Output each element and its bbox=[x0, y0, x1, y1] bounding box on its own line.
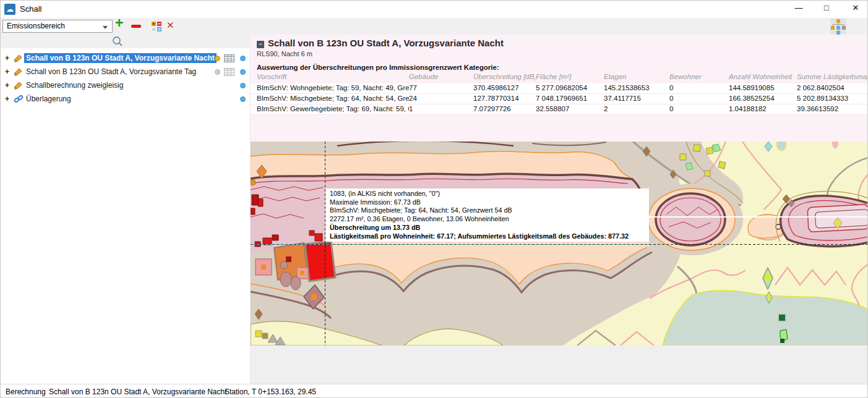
result-table-icon[interactable] bbox=[224, 67, 234, 78]
cell-flaeche: 32.558807 bbox=[536, 105, 603, 115]
status-mode: Berechnung bbox=[6, 387, 46, 396]
table-row[interactable]: BImSchV: Wohngebiete; Tag: 59, Nacht: 49… bbox=[251, 83, 868, 94]
result-title: Schall von B 123n OU Stadt A, Vorzugsvar… bbox=[268, 38, 504, 48]
remove-button[interactable] bbox=[131, 25, 141, 28]
close-button[interactable]: ✕ bbox=[846, 3, 865, 15]
megaphone-icon bbox=[14, 81, 23, 93]
emission-area-value: Emissionsbereich bbox=[7, 22, 65, 30]
cell-ueberschreitung: 370.45986127 bbox=[473, 84, 535, 94]
megaphone-icon bbox=[14, 54, 23, 66]
expand-icon[interactable]: + bbox=[5, 82, 9, 89]
tree-item-label[interactable]: Schall von B 123n OU Stadt A, Vorzugsvar… bbox=[24, 53, 217, 63]
search-icon bbox=[112, 36, 123, 49]
table-caption: Auswertung der Überschreitungen pro Immi… bbox=[257, 64, 499, 71]
link-icon bbox=[14, 95, 24, 106]
col-header: Etagen bbox=[604, 73, 668, 83]
cell-ueberschreitung: 7.07297726 bbox=[473, 105, 535, 115]
table-row[interactable]: BImSchV: Gewerbegebiete; Tag: 69, Nacht:… bbox=[251, 104, 868, 115]
cell-ueberschreitung: 127.78770314 bbox=[473, 95, 535, 104]
cell-vorschrift: BImSchV: Wohngebiete; Tag: 59, Nacht: 49… bbox=[257, 84, 409, 94]
cell-gebaeude: 1 bbox=[409, 105, 471, 115]
cell-laestigkeit: 5 202.89134333 bbox=[797, 95, 867, 104]
col-header: Fläche [m²] bbox=[536, 73, 603, 83]
layer-dot-blue[interactable] bbox=[240, 83, 246, 88]
table-header-row: Vorschrift Gebäude Überschreitung [dB] F… bbox=[251, 73, 868, 83]
title-bar: ☁ Schall — □ ✕ bbox=[1, 1, 868, 18]
expand-icon[interactable]: + bbox=[5, 54, 9, 62]
cell-etagen: 145.21538653 bbox=[604, 84, 668, 94]
sidebar-item-calc-zweigleisig[interactable]: + Schallberechnung zweigleisig bbox=[1, 79, 251, 92]
cell-laestigkeit: 2 062.8402504 bbox=[797, 84, 867, 94]
chevron-down-icon bbox=[103, 26, 108, 29]
tooltip-line: Maximale Immission: 67.73 dB bbox=[330, 198, 645, 207]
table-row[interactable]: BImSchV: Mischgebiete; Tag: 64, Nacht: 5… bbox=[251, 94, 868, 104]
col-header: Vorschrift bbox=[257, 73, 409, 83]
megaphone-icon bbox=[14, 67, 23, 79]
cell-bewohner: 0 bbox=[669, 95, 728, 104]
cell-wohneinheiten: 1.04188182 bbox=[729, 105, 796, 115]
tree-item-label[interactable]: Schall von B 123n OU Stadt A, Vorzugsvar… bbox=[24, 67, 198, 77]
col-header: Anzahl Wohneinheit bbox=[729, 73, 796, 83]
cell-wohneinheiten: 144.58919085 bbox=[729, 84, 796, 94]
result-subtitle: RLS90, Nacht 6 m bbox=[257, 50, 312, 57]
emission-area-select[interactable]: Emissionsbereich bbox=[2, 20, 113, 33]
calc-grid-icon[interactable]: × bbox=[151, 21, 162, 35]
status-position: Station, T 0+153.163, 29.45 bbox=[225, 387, 316, 396]
collapse-section-button[interactable]: − bbox=[257, 41, 264, 48]
sidebar-item-calc-nacht[interactable]: + Schall von B 123n OU Stadt A, Vorzugsv… bbox=[1, 52, 251, 65]
cell-laestigkeit: 39.36613592 bbox=[797, 105, 867, 115]
minimize-button[interactable]: — bbox=[789, 3, 808, 15]
layer-dot-blue[interactable] bbox=[240, 56, 246, 61]
status-calculation: Schall von B 123n OU Stadt A, Vorzugsvar… bbox=[49, 387, 227, 396]
layer-dot-blue[interactable] bbox=[240, 96, 246, 102]
project-tree: + Schall von B 123n OU Stadt A, Vorzugsv… bbox=[1, 48, 251, 384]
cell-flaeche: 5 277.09682054 bbox=[536, 84, 603, 94]
cell-vorschrift: BImSchV: Mischgebiete; Tag: 64, Nacht: 5… bbox=[257, 95, 409, 104]
cell-etagen: 2 bbox=[604, 105, 668, 115]
tree-item-label[interactable]: Schallberechnung zweigleisig bbox=[24, 80, 125, 90]
col-header: Bewohner bbox=[669, 73, 728, 83]
cell-etagen: 37.4117715 bbox=[604, 95, 668, 104]
col-header: Überschreitung [dB] bbox=[473, 73, 535, 83]
cell-bewohner: 0 bbox=[669, 84, 728, 94]
toolbar: Emissionsbereich + × ✕ bbox=[1, 18, 868, 35]
maximize-button[interactable]: □ bbox=[817, 3, 836, 15]
panel-footer-area bbox=[251, 345, 868, 384]
status-dot-gold bbox=[215, 56, 220, 61]
cell-wohneinheiten: 166.38525254 bbox=[729, 95, 796, 104]
app-icon: ☁ bbox=[4, 4, 15, 15]
add-button[interactable]: + bbox=[115, 15, 123, 32]
status-bar: Berechnung Schall von B 123n OU Stadt A,… bbox=[1, 384, 868, 398]
cell-gebaeude: 77 bbox=[409, 84, 471, 94]
tooltip-line-annoyance: Lästigkeitsmaß pro Wohneinheit: 67.17; A… bbox=[330, 232, 645, 241]
cell-flaeche: 7 048.17969651 bbox=[536, 95, 603, 104]
status-dot-gray bbox=[215, 69, 220, 75]
noise-map[interactable]: 1083, (in ALKIS nicht vorhanden, "0") Ma… bbox=[251, 142, 868, 345]
sidebar-item-ueberlagerung[interactable]: + Überlagerung bbox=[1, 93, 251, 106]
delete-button[interactable]: ✕ bbox=[166, 20, 174, 31]
expand-icon[interactable]: + bbox=[5, 68, 9, 75]
sidebar-item-calc-tag[interactable]: + Schall von B 123n OU Stadt A, Vorzugsv… bbox=[1, 66, 251, 78]
tree-item-label[interactable]: Überlagerung bbox=[24, 94, 73, 104]
tooltip-line: 1083, (in ALKIS nicht vorhanden, "0") bbox=[330, 190, 645, 198]
svg-text:×: × bbox=[152, 27, 155, 32]
application-window: ☁ Schall — □ ✕ Emissionsbereich + × ✕ bbox=[0, 0, 868, 398]
result-panel: − Schall von B 123n OU Stadt A, Vorzugsv… bbox=[251, 35, 868, 384]
tree-search-bar[interactable] bbox=[1, 35, 251, 48]
layer-dot-blue[interactable] bbox=[240, 69, 246, 75]
cell-bewohner: 0 bbox=[669, 105, 728, 115]
tooltip-line: 2272.17 m², 0.36 Etagen, 0 Bewohner, 13.… bbox=[330, 215, 645, 224]
cell-vorschrift: BImSchV: Gewerbegebiete; Tag: 69, Nacht:… bbox=[257, 105, 409, 115]
hierarchy-icon[interactable] bbox=[830, 19, 846, 34]
result-table-icon[interactable] bbox=[224, 54, 234, 65]
col-header: Summe Lästigkeitsmaß bbox=[797, 73, 867, 83]
tooltip-line: BImSchV: Mischgebiete; Tag: 64, Nacht: 5… bbox=[330, 206, 645, 215]
building-tooltip: 1083, (in ALKIS nicht vorhanden, "0") Ma… bbox=[325, 188, 649, 242]
cell-gebaeude: 24 bbox=[409, 95, 471, 104]
window-title: Schall bbox=[20, 4, 41, 14]
col-header: Gebäude bbox=[409, 73, 471, 83]
noise-contour-graphic bbox=[251, 142, 868, 345]
expand-icon[interactable]: + bbox=[5, 95, 9, 103]
tooltip-line-exceedance: Überschreitung um 13.73 dB bbox=[330, 224, 645, 232]
